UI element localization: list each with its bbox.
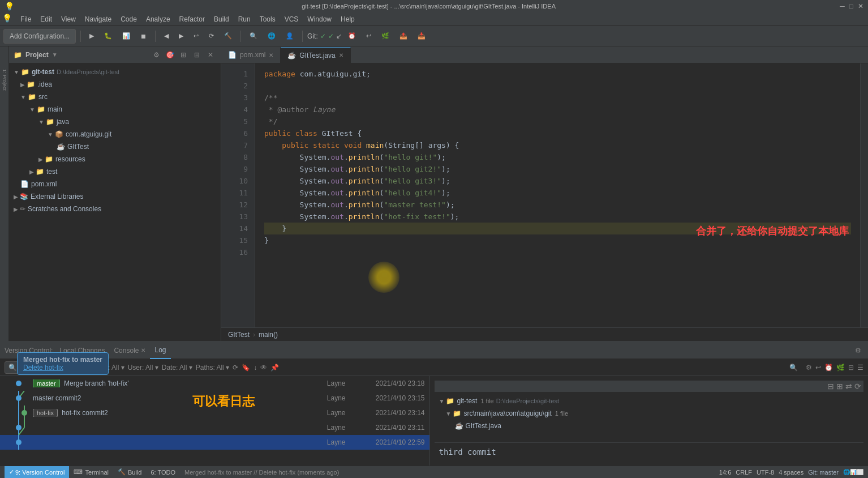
log-more-icon[interactable]: ☰ bbox=[857, 364, 863, 372]
delete-hotfix-link[interactable]: Delete hot-fix bbox=[23, 364, 63, 372]
menu-build[interactable]: Build bbox=[209, 12, 234, 26]
debug-btn[interactable]: 🐛 bbox=[100, 28, 116, 44]
todo-btn[interactable]: 6: TODO bbox=[146, 466, 180, 479]
code-content[interactable]: package com.atguigu.git; /** * @author L… bbox=[255, 63, 860, 327]
tree-gitTest[interactable]: ☕ GItTest bbox=[9, 140, 221, 153]
version-control-btn[interactable]: ✓ 9: Version Control bbox=[5, 466, 69, 479]
tree-resources[interactable]: ▶ 📁 resources bbox=[9, 153, 221, 165]
log-row-2[interactable]: master commit2 Layne 2021/4/10 23:15 bbox=[0, 391, 429, 406]
breadcrumb-class[interactable]: GItTest bbox=[228, 331, 250, 339]
log-row-1[interactable]: master Merge branch 'hot-fix' Layne 2021… bbox=[0, 376, 429, 391]
add-config-btn[interactable]: Add Configuration... bbox=[3, 29, 76, 44]
tree-main[interactable]: ▼ 📁 main bbox=[9, 103, 221, 116]
log-branch-icon[interactable]: 🌿 bbox=[836, 364, 845, 372]
git-clock-btn[interactable]: ⏰ bbox=[344, 28, 360, 44]
menu-file[interactable]: File bbox=[16, 12, 36, 26]
utf-label[interactable]: UTF-8 bbox=[757, 469, 774, 476]
log-undo-icon[interactable]: ↩ bbox=[815, 364, 821, 372]
tree-root[interactable]: ▼ 📁 git-test D:\IdeaProjects\git-test bbox=[9, 66, 221, 78]
log-right-settings-icon[interactable]: ⚙ bbox=[806, 364, 812, 372]
tree-package[interactable]: ▼ 📦 com.atguigu.git bbox=[9, 128, 221, 140]
run-btn[interactable]: ▶ bbox=[85, 28, 98, 44]
tree-java[interactable]: ▼ 📁 java bbox=[9, 116, 221, 128]
menu-run[interactable]: Run bbox=[234, 12, 255, 26]
git-pull-btn[interactable]: 📥 bbox=[414, 28, 429, 44]
user-filter[interactable]: User: All ▾ bbox=[128, 364, 158, 372]
stop-btn[interactable]: ⏹ bbox=[136, 28, 151, 44]
tree-test[interactable]: ▶ 📁 test bbox=[9, 165, 221, 178]
code-editor[interactable]: 1 2 3 4 5 6 ▶ 7 ▶ 8 9 10 11 bbox=[221, 63, 868, 327]
tree-pom[interactable]: 📄 pom.xml bbox=[9, 178, 221, 190]
minimize-btn[interactable]: ─ bbox=[840, 2, 845, 10]
build2-btn[interactable]: 🔨 bbox=[220, 28, 236, 44]
details-expand-icon[interactable]: ⊞ bbox=[836, 382, 843, 391]
terminal-btn[interactable]: ⌨ Terminal bbox=[69, 466, 113, 479]
project-close-icon[interactable]: ✕ bbox=[205, 49, 216, 61]
details-refresh-icon[interactable]: ⟳ bbox=[854, 382, 861, 391]
ldt-src[interactable]: ▼ 📁 src\main\java\com\atguigu\git 1 file bbox=[435, 407, 864, 420]
menu-help[interactable]: Help bbox=[336, 12, 359, 26]
log-row-3[interactable]: hot-fix hot-fix commit2 Layne 2021/4/10 … bbox=[0, 406, 429, 420]
close-btn[interactable]: ✕ bbox=[858, 2, 863, 10]
crlf-label[interactable]: CRLF bbox=[736, 469, 752, 476]
console-close-icon[interactable]: ✕ bbox=[141, 347, 145, 353]
menu-analyze[interactable]: Analyze bbox=[141, 12, 175, 26]
tree-idea[interactable]: ▶ 📁 .idea bbox=[9, 78, 221, 91]
log-refresh-icon[interactable]: ⟳ bbox=[233, 364, 238, 372]
menu-navigate[interactable]: Navigate bbox=[80, 12, 116, 26]
build-btn[interactable]: 🔨 Build bbox=[113, 466, 146, 479]
menu-vcs[interactable]: VCS bbox=[280, 12, 303, 26]
git-push-btn[interactable]: 📤 bbox=[396, 28, 411, 44]
run-coverage-btn[interactable]: 📊 bbox=[118, 28, 134, 44]
ldt-file[interactable]: ☕ GItTest.java bbox=[435, 420, 864, 432]
back-btn[interactable]: ◀ bbox=[160, 28, 173, 44]
tree-extlib[interactable]: ▶ 📚 External Libraries bbox=[9, 190, 221, 203]
maximize-btn[interactable]: □ bbox=[849, 2, 853, 10]
forward-btn[interactable]: ▶ bbox=[175, 28, 187, 44]
date-filter[interactable]: Date: All ▾ bbox=[162, 364, 192, 372]
log-eye-icon[interactable]: 👁 bbox=[260, 364, 267, 372]
tree-scratches[interactable]: ▶ ✏ Scratches and Consoles bbox=[9, 203, 221, 215]
project-settings-icon[interactable]: ⚙ bbox=[151, 49, 162, 61]
translate-btn[interactable]: 🌐 bbox=[264, 28, 280, 44]
tab-console[interactable]: Console ✕ bbox=[109, 342, 150, 359]
project-locate-icon[interactable]: 🎯 bbox=[164, 49, 175, 61]
ldt-root[interactable]: ▼ 📁 git-test 1 file D:\IdeaProjects\git-… bbox=[435, 395, 864, 407]
details-diff-icon[interactable]: ⇄ bbox=[845, 382, 852, 391]
menu-view[interactable]: View bbox=[57, 12, 80, 26]
menu-refactor[interactable]: Refactor bbox=[175, 12, 209, 26]
menu-window[interactable]: Window bbox=[303, 12, 336, 26]
menu-code[interactable]: Code bbox=[116, 12, 141, 26]
tree-src[interactable]: ▼ 📁 src bbox=[9, 91, 221, 103]
spaces-label[interactable]: 4 spaces bbox=[779, 469, 803, 476]
git-undo-btn[interactable]: ↩ bbox=[362, 28, 375, 44]
log-bookmark-icon[interactable]: 🔖 bbox=[242, 364, 250, 372]
project-collapse-icon[interactable]: ⊟ bbox=[191, 49, 203, 61]
git-branch-label[interactable]: Git: master bbox=[808, 469, 839, 476]
log-arrow-down-icon[interactable]: ↓ bbox=[253, 364, 257, 372]
search-btn[interactable]: 🔍 bbox=[246, 28, 261, 44]
menu-edit[interactable]: Edit bbox=[36, 12, 57, 26]
tab-pom-close[interactable]: ✕ bbox=[269, 52, 273, 58]
revert-btn[interactable]: ↩ bbox=[190, 28, 203, 44]
log-search-right-icon[interactable]: 🔍 bbox=[789, 364, 798, 372]
tab-log[interactable]: Log bbox=[150, 342, 170, 359]
reload-btn[interactable]: ⟳ bbox=[205, 28, 218, 44]
breadcrumb-method[interactable]: main() bbox=[259, 331, 278, 339]
log-clock-icon[interactable]: ⏰ bbox=[824, 364, 833, 372]
profile-btn[interactable]: 👤 bbox=[282, 28, 298, 44]
log-row-4[interactable]: Layne 2021/4/10 23:11 bbox=[0, 420, 429, 435]
log-collapse-icon[interactable]: ⊟ bbox=[848, 364, 854, 372]
position-label[interactable]: 14:6 bbox=[719, 469, 731, 476]
log-pin-icon[interactable]: 📌 bbox=[270, 364, 279, 372]
tab-pom[interactable]: 📄 pom.xml ✕ bbox=[221, 47, 281, 63]
details-collapse-icon[interactable]: ⊟ bbox=[827, 382, 834, 391]
bottom-settings-icon[interactable]: ⚙ bbox=[852, 345, 863, 356]
tab-gitTest-close[interactable]: ✕ bbox=[339, 52, 343, 58]
paths-filter[interactable]: Paths: All ▾ bbox=[196, 364, 229, 372]
structure-label[interactable]: 1: Project bbox=[2, 69, 7, 91]
log-row-5[interactable]: Layne 2021/4/10 22:59 bbox=[0, 435, 429, 450]
project-dropdown-icon[interactable]: ▼ bbox=[52, 52, 58, 58]
project-expand-icon[interactable]: ⊞ bbox=[178, 49, 189, 61]
merge-line2[interactable]: Delete hot-fix bbox=[23, 364, 102, 372]
